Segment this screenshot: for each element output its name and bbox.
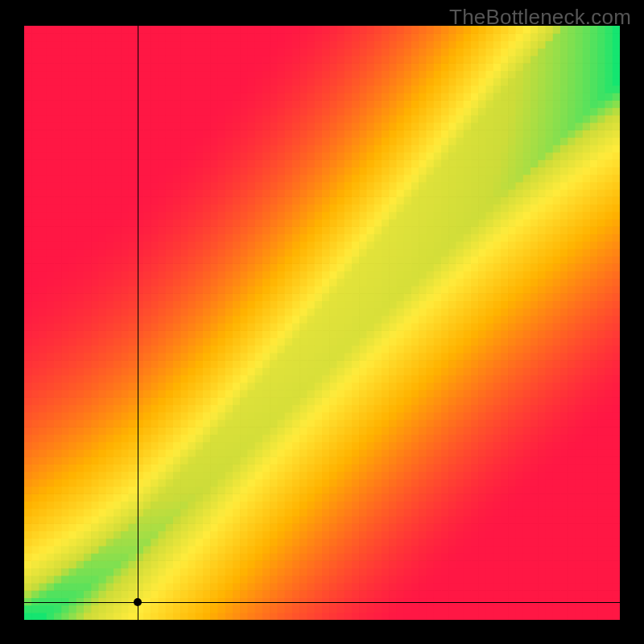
plot-area	[24, 26, 620, 620]
crosshair-vertical	[138, 26, 138, 620]
chart-frame: TheBottleneck.com	[0, 0, 644, 644]
heatmap-canvas	[24, 26, 620, 620]
crosshair-horizontal	[24, 602, 620, 603]
marker-dot	[134, 598, 142, 606]
watermark-text: TheBottleneck.com	[449, 5, 631, 30]
